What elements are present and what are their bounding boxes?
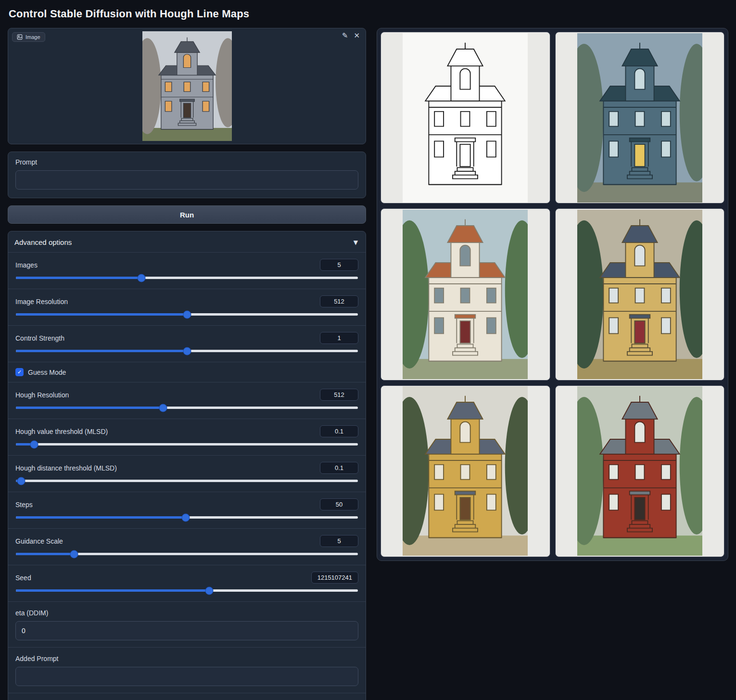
slider-fill: [16, 516, 186, 519]
slider-handle[interactable]: [182, 514, 190, 521]
generated-house-white-image: [403, 210, 528, 379]
slider-value-input[interactable]: 0.1: [320, 462, 358, 474]
slider-handle[interactable]: [159, 404, 166, 411]
gallery-item-generated-house-red[interactable]: [555, 385, 725, 557]
textbox-row-eta-ddim: eta (DDIM): [8, 601, 366, 647]
gallery-item-generated-house-blue[interactable]: [555, 32, 725, 204]
slider-row-steps: Steps 50: [8, 492, 366, 528]
slider-handle[interactable]: [138, 274, 145, 281]
slider-label: Hough Resolution: [15, 391, 69, 399]
edit-image-icon[interactable]: ✎: [342, 32, 348, 39]
slider-fill: [16, 350, 187, 352]
generated-house-gold-image: [403, 386, 528, 556]
slider-value-input[interactable]: 1215107241: [311, 572, 358, 584]
output-gallery: [377, 28, 728, 561]
input-image-canvas[interactable]: [142, 31, 232, 141]
slider-track[interactable]: [16, 350, 358, 352]
slider-track[interactable]: [16, 443, 358, 445]
check-icon: ✓: [17, 369, 22, 375]
slider-handle[interactable]: [70, 550, 77, 558]
slider-label: Seed: [15, 574, 31, 582]
textbox-label: eta (DDIM): [15, 609, 358, 617]
slider-row-seed: Seed 1215107241: [8, 565, 366, 601]
slider-row-hough-resolution: Hough Resolution 512: [8, 382, 366, 419]
generated-house-blue-image: [577, 33, 702, 203]
prompt-input[interactable]: [15, 170, 358, 190]
gallery-grid: [381, 32, 724, 557]
slider-track[interactable]: [16, 589, 358, 592]
slider-track[interactable]: [16, 313, 358, 316]
slider-value-input[interactable]: 50: [320, 498, 358, 510]
added-prompt-input[interactable]: [15, 667, 358, 686]
input-image-block[interactable]: Image ✎ ✕: [8, 28, 366, 144]
image-icon: [17, 34, 23, 40]
slider-handle[interactable]: [18, 477, 25, 484]
slider-fill: [16, 407, 163, 409]
slider-label: Hough value threshold (MLSD): [15, 428, 108, 435]
slider-value-input[interactable]: 512: [320, 295, 358, 307]
app: Control Stable Diffusion with Hough Line…: [0, 0, 736, 700]
prompt-block: Prompt: [8, 152, 366, 198]
left-column: Image ✎ ✕: [8, 28, 366, 700]
slider-label: Steps: [15, 501, 33, 509]
advanced-options-block: Advanced options ▼ Images 5 Image Resolu…: [8, 231, 366, 700]
slider-row-hough-distance-threshold-mlsd: Hough distance threshold (MLSD) 0.1: [8, 455, 366, 492]
slider-label: Images: [15, 261, 38, 269]
gallery-item-generated-house-yellow[interactable]: [555, 208, 725, 380]
generated-house-yellow-image: [577, 210, 702, 379]
generated-house-red-image: [577, 386, 702, 556]
checkbox-row-guess-mode: ✓ Guess Mode: [8, 362, 366, 382]
slider-label: Hough distance threshold (MLSD): [15, 464, 117, 472]
advanced-options-title: Advanced options: [14, 238, 72, 246]
slider-value-input[interactable]: 1: [320, 332, 358, 344]
chevron-down-icon: ▼: [354, 239, 358, 246]
slider-handle[interactable]: [205, 587, 213, 594]
clear-image-icon[interactable]: ✕: [354, 32, 360, 39]
slider-row-guidance-scale: Guidance Scale 5: [8, 528, 366, 565]
slider-track[interactable]: [16, 407, 358, 409]
slider-label: Guidance Scale: [15, 537, 63, 545]
slider-value-input[interactable]: 5: [320, 535, 358, 547]
slider-fill: [16, 589, 209, 592]
slider-track[interactable]: [16, 277, 358, 279]
slider-track[interactable]: [16, 480, 358, 482]
image-actions: ✎ ✕: [342, 32, 360, 39]
gallery-item-hough-line-map[interactable]: [381, 32, 550, 204]
textbox-row-negative-prompt: Negative Prompt: [8, 693, 366, 700]
prompt-label: Prompt: [15, 158, 358, 166]
slider-track[interactable]: [16, 553, 358, 555]
slider-fill: [16, 313, 187, 316]
slider-row-control-strength: Control Strength 1: [8, 325, 366, 362]
slider-handle[interactable]: [31, 441, 38, 448]
slider-label: Image Resolution: [15, 298, 68, 305]
slider-handle[interactable]: [183, 347, 190, 355]
page-title: Control Stable Diffusion with Hough Line…: [9, 8, 728, 20]
gallery-item-generated-house-gold[interactable]: [381, 385, 550, 557]
slider-fill: [16, 277, 141, 279]
hough-line-map-image: [403, 33, 528, 203]
textbox-label: Added Prompt: [15, 655, 358, 662]
slider-row-images: Images 5: [8, 252, 366, 289]
slider-value-input[interactable]: 5: [320, 259, 358, 271]
slider-fill: [16, 553, 74, 555]
slider-row-hough-value-threshold-mlsd: Hough value threshold (MLSD) 0.1: [8, 419, 366, 455]
eta-ddim-input[interactable]: [15, 621, 358, 640]
advanced-options-accordion[interactable]: Advanced options ▼: [8, 231, 366, 252]
slider-track[interactable]: [16, 516, 358, 519]
victorian-house-photo: [142, 31, 232, 141]
slider-row-image-resolution: Image Resolution 512: [8, 289, 366, 325]
guess-mode-checkbox[interactable]: ✓: [15, 368, 24, 376]
slider-label: Control Strength: [15, 334, 64, 342]
right-column: [377, 28, 728, 561]
slider-handle[interactable]: [183, 311, 190, 318]
run-button[interactable]: Run: [8, 205, 366, 224]
textbox-row-added-prompt: Added Prompt: [8, 647, 366, 693]
checkbox-label: Guess Mode: [28, 369, 66, 376]
gallery-item-generated-house-white[interactable]: [381, 208, 550, 380]
advanced-rows: Images 5 Image Resolution 512 Control St…: [8, 252, 366, 700]
slider-value-input[interactable]: 512: [320, 389, 358, 401]
slider-value-input[interactable]: 0.1: [320, 425, 358, 437]
input-image-label: Image: [12, 32, 45, 42]
